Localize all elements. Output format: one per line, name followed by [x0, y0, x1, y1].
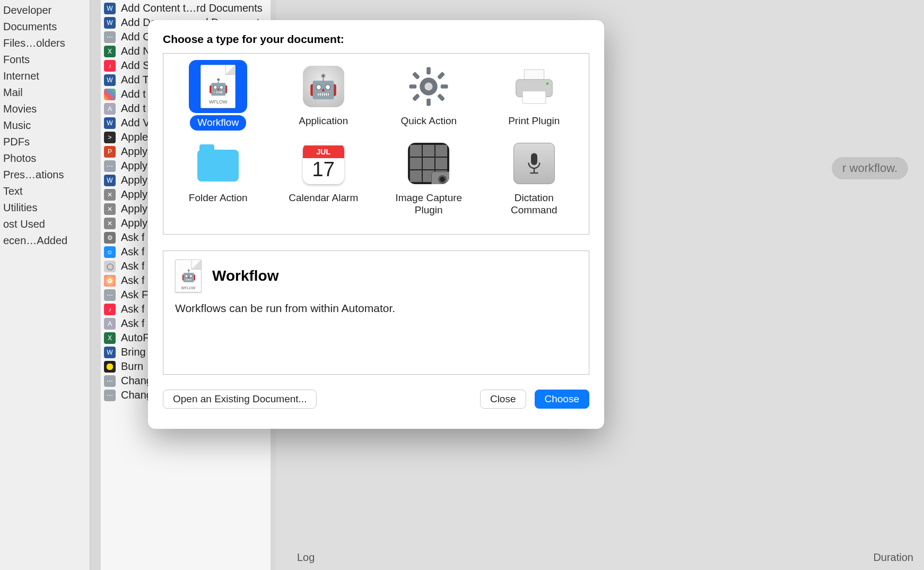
music-icon: ♪: [104, 60, 116, 72]
category-item[interactable]: Files…olders: [0, 35, 90, 51]
txt-icon: A: [104, 318, 116, 330]
library-categories-sidebar: DeveloperDocumentsFiles…oldersFontsInter…: [0, 0, 90, 570]
application-icon: 🤖: [303, 66, 344, 107]
category-item[interactable]: Pres…ations: [0, 167, 90, 183]
action-label: Ask f: [121, 246, 144, 258]
flower-icon: ✿: [104, 275, 116, 287]
dialog-title: Choose a type for your document:: [163, 33, 589, 46]
action-label: Apply: [121, 203, 147, 215]
log-footer: Log Duration: [297, 551, 913, 564]
open-existing-button[interactable]: Open an Existing Document...: [163, 390, 317, 409]
action-label: Add N: [121, 45, 151, 57]
action-label: Apply: [121, 188, 147, 201]
action-label: Add S: [121, 59, 150, 72]
svg-point-13: [546, 82, 548, 85]
svg-rect-5: [412, 72, 420, 80]
svg-rect-12: [522, 91, 546, 103]
misc-icon: ⋯: [104, 160, 116, 172]
svg-rect-1: [426, 67, 431, 75]
action-label: Ask f: [121, 303, 144, 315]
action-label: Apply: [121, 217, 147, 229]
workflow-drop-hint: r workflow.: [832, 157, 908, 179]
type-quick-action[interactable]: Quick Action: [378, 59, 480, 133]
word-icon: W: [104, 175, 116, 186]
word-icon: W: [104, 347, 116, 358]
type-folder-action[interactable]: Folder Action: [168, 136, 269, 219]
word-icon: W: [104, 17, 116, 29]
category-item[interactable]: Internet: [0, 68, 90, 84]
category-item[interactable]: Text: [0, 183, 90, 200]
action-label: Apply: [121, 174, 147, 186]
category-item[interactable]: Mail: [0, 84, 90, 101]
category-item[interactable]: ost Used: [0, 216, 90, 232]
misc-icon: ⋯: [104, 375, 116, 387]
action-label: Apply: [121, 145, 147, 158]
misc-icon: ⋯: [104, 289, 116, 301]
word-icon: W: [104, 3, 116, 14]
category-item[interactable]: ecen…Added: [0, 232, 90, 249]
type-dictation-command[interactable]: Dictation Command: [484, 136, 585, 219]
svg-rect-8: [412, 93, 420, 101]
action-label: Ask f: [121, 260, 144, 272]
action-label: Burn: [121, 360, 143, 373]
description-text: Workflows can be run from within Automat…: [175, 302, 577, 315]
duration-label: Duration: [873, 551, 913, 564]
misc-icon: ⋯: [104, 31, 116, 43]
svg-point-9: [425, 82, 433, 90]
action-label: AutoF: [121, 332, 149, 344]
hammer-icon: ✕: [104, 203, 116, 215]
ppt-icon: P: [104, 146, 116, 158]
action-label: Add t: [121, 102, 146, 115]
action-label: Add V: [121, 117, 150, 129]
category-item[interactable]: Movies: [0, 101, 90, 117]
action-label: Apple: [121, 131, 148, 143]
type-workflow[interactable]: 🤖 WFLOW Workflow: [168, 59, 269, 133]
workflow-document-icon: 🤖 WFLOW: [175, 260, 202, 292]
excel-icon: X: [104, 46, 116, 57]
action-label: Ask F: [121, 289, 148, 301]
category-item[interactable]: Documents: [0, 19, 90, 35]
category-item[interactable]: Fonts: [0, 51, 90, 68]
svg-rect-4: [441, 84, 448, 89]
printer-icon: [513, 66, 555, 107]
choose-button[interactable]: Choose: [535, 390, 590, 409]
svg-rect-14: [531, 153, 537, 165]
word-icon: W: [104, 74, 116, 86]
microphone-icon: [513, 143, 555, 184]
category-item[interactable]: Photos: [0, 150, 90, 167]
action-label: Apply: [121, 160, 147, 172]
image-capture-icon: [408, 143, 449, 184]
action-label: Add C: [121, 31, 151, 43]
log-label: Log: [297, 551, 315, 564]
dialog-button-row: Open an Existing Document... Close Choos…: [163, 390, 589, 409]
close-button[interactable]: Close: [480, 390, 526, 409]
finder-icon: ☺: [104, 246, 116, 258]
photos-icon: [104, 89, 116, 100]
description-title: Workflow: [212, 267, 278, 284]
type-image-capture-plugin[interactable]: Image Capture Plugin: [378, 136, 480, 219]
sphere-icon: ◯: [104, 261, 116, 272]
svg-rect-10: [524, 70, 544, 80]
action-label: Ask f: [121, 317, 144, 330]
category-item[interactable]: Music: [0, 117, 90, 134]
svg-rect-3: [409, 84, 417, 89]
calendar-icon: JUL 17: [303, 143, 344, 184]
action-label: Add t: [121, 88, 146, 100]
term-icon: >: [104, 132, 116, 143]
gear-icon: [407, 65, 450, 108]
category-item[interactable]: PDFs: [0, 134, 90, 150]
new-document-dialog: Choose a type for your document: 🤖 WFLOW…: [148, 20, 604, 429]
type-print-plugin[interactable]: Print Plugin: [484, 59, 585, 133]
burn-icon: [104, 361, 116, 373]
type-application[interactable]: 🤖 Application: [273, 59, 374, 133]
txt-icon: A: [104, 103, 116, 115]
excel-icon: X: [104, 332, 116, 344]
category-item[interactable]: Utilities: [0, 200, 90, 216]
action-label: Ask f: [121, 274, 144, 287]
word-icon: W: [104, 117, 116, 129]
category-item[interactable]: Developer: [0, 2, 90, 19]
svg-rect-6: [437, 93, 445, 101]
misc-icon: ⋯: [104, 390, 116, 401]
action-list-item[interactable]: WAdd Content t…rd Documents: [101, 1, 271, 15]
type-calendar-alarm[interactable]: JUL 17 Calendar Alarm: [273, 136, 374, 219]
